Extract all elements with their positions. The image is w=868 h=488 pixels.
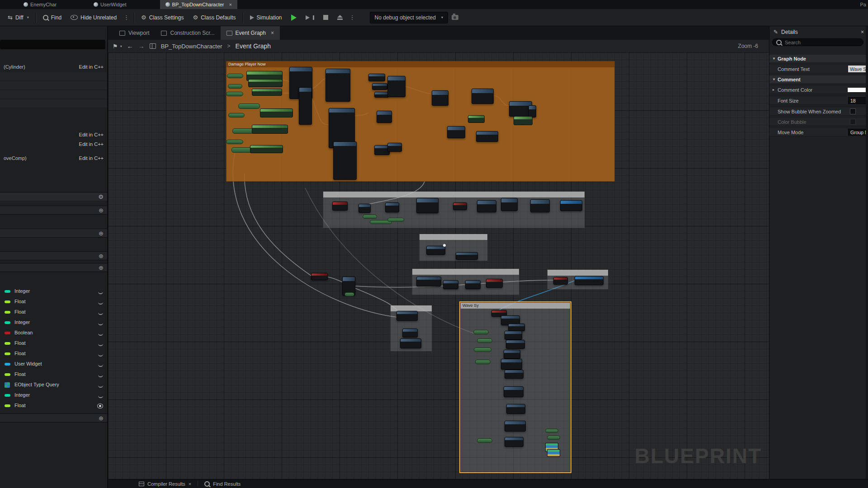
compiler-results-tab[interactable]: Compiler Results × (134, 479, 196, 488)
panel-row-editrow[interactable]: Edit in C++ (0, 140, 107, 149)
details-section-comment[interactable]: ▾ Comment (769, 75, 868, 83)
graph-node[interactable] (506, 340, 525, 349)
graph-node[interactable] (575, 276, 604, 285)
panel-row-editrow[interactable]: oveComp)Edit in C++ (0, 154, 107, 163)
eye-closed-icon[interactable] (98, 322, 103, 325)
graph-node[interactable] (252, 89, 282, 96)
graph-node[interactable] (228, 113, 245, 117)
camera-icon[interactable] (452, 15, 458, 20)
graph-node[interactable] (387, 218, 404, 222)
graph-node[interactable] (326, 69, 350, 102)
class-defaults-button[interactable]: ⚙ Class Defaults (189, 11, 240, 24)
graph-node[interactable] (443, 244, 446, 247)
eye-closed-icon[interactable] (98, 301, 103, 305)
variable-row[interactable]: Float (0, 338, 107, 348)
variable-row[interactable]: Float (0, 297, 107, 307)
graph-node[interactable] (400, 338, 421, 348)
eye-closed-icon[interactable] (98, 291, 103, 294)
find-button[interactable]: Find (39, 11, 66, 24)
graph-node[interactable] (477, 438, 492, 443)
simulation-button[interactable]: Simulation (246, 11, 286, 24)
hide-unrelated-options-button[interactable]: ⋮ (122, 14, 131, 21)
graph-node[interactable] (505, 421, 526, 432)
graph-node[interactable] (372, 83, 387, 90)
eye-closed-icon[interactable] (98, 363, 103, 367)
edit-in-cpp-link[interactable]: Edit in C++ (79, 64, 104, 70)
graph-node[interactable] (368, 74, 385, 81)
eye-closed-icon[interactable] (98, 343, 103, 346)
graph-node[interactable] (426, 246, 445, 255)
graph-node[interactable] (476, 131, 498, 142)
variable-row[interactable]: Float (0, 307, 107, 317)
edit-in-cpp-link[interactable]: Edit in C++ (79, 141, 104, 147)
graph-node[interactable] (385, 202, 399, 212)
comment-color-swatch[interactable] (847, 87, 867, 93)
graph-node[interactable] (226, 92, 243, 96)
graph-node[interactable] (416, 198, 439, 213)
panel-row-editrow[interactable]: Edit in C++ (0, 130, 107, 139)
eye-closed-icon[interactable] (98, 332, 103, 336)
panel-row-gear[interactable]: ⚙ (0, 192, 107, 201)
variable-row[interactable]: Float (0, 401, 107, 411)
tab-event-graph[interactable]: Event Graph × (221, 26, 280, 40)
variable-row[interactable]: Boolean (0, 328, 107, 338)
play-button[interactable] (287, 11, 301, 24)
play-options-button[interactable]: ⋮ (348, 14, 357, 21)
graph-node[interactable] (501, 359, 522, 370)
graph-node[interactable] (260, 108, 293, 117)
font-size-field[interactable]: 18 (848, 97, 868, 104)
eye-closed-icon[interactable] (98, 311, 103, 315)
graph-node[interactable] (396, 311, 418, 321)
variable-row[interactable]: EObject Type Query (0, 380, 107, 390)
add-button[interactable]: ⊕ (99, 415, 104, 421)
graph-node[interactable] (545, 429, 558, 433)
tab-construction-script[interactable]: Construction Scr... (155, 26, 220, 40)
panel-row-editrow[interactable]: (Cylinder)Edit in C++ (0, 62, 107, 71)
close-icon[interactable]: × (229, 2, 232, 7)
comment-text-field[interactable]: Wave Sy (848, 66, 868, 72)
graph-node[interactable] (528, 105, 536, 117)
graph-node[interactable] (228, 84, 242, 89)
graph-node[interactable] (344, 292, 354, 296)
graph-node[interactable] (560, 200, 582, 211)
eye-closed-icon[interactable] (98, 374, 103, 377)
graph-node[interactable] (473, 330, 489, 334)
graph-node[interactable] (333, 141, 357, 180)
details-section-graph-node[interactable]: ▾ Graph Node (769, 55, 868, 62)
graph-node[interactable] (505, 331, 522, 340)
add-button[interactable]: ⊕ (99, 230, 104, 236)
breadcrumb-current[interactable]: Event Graph (236, 42, 271, 50)
graph-node[interactable] (238, 103, 260, 109)
stop-button[interactable] (319, 11, 332, 24)
graph-node[interactable] (387, 143, 402, 152)
variable-row[interactable]: Integer (0, 318, 107, 328)
doc-tab-userwidget[interactable]: UserWidget (88, 0, 132, 9)
eye-closed-icon[interactable] (98, 394, 103, 398)
gear-icon[interactable]: ⚙ (98, 194, 104, 200)
graph-node[interactable] (547, 449, 560, 457)
eye-closed-icon[interactable] (98, 384, 103, 388)
graph-node[interactable] (250, 145, 283, 153)
graph-node[interactable] (453, 202, 467, 210)
graph-node[interactable] (248, 79, 283, 87)
graph-node[interactable] (432, 90, 448, 106)
graph-node[interactable] (506, 404, 525, 414)
graph-node[interactable] (377, 111, 392, 123)
graph-node[interactable] (252, 125, 288, 134)
graph-node[interactable] (547, 436, 560, 440)
class-settings-button[interactable]: ⚙ Class Settings (137, 11, 188, 24)
frame-skip-button[interactable] (302, 11, 318, 24)
graph-node[interactable] (514, 116, 533, 125)
graph-node[interactable] (363, 215, 377, 219)
add-button[interactable]: ⊕ (99, 253, 104, 259)
panel-row-plus[interactable]: ⊕ (0, 229, 107, 238)
find-results-tab[interactable]: Find Results (200, 479, 245, 488)
graph-node[interactable] (530, 199, 550, 212)
panel-text-field[interactable] (0, 40, 105, 49)
graph-node[interactable] (505, 370, 524, 379)
graph-node[interactable] (505, 437, 524, 447)
details-scrollbar[interactable] (866, 26, 868, 479)
panel-row-plus[interactable]: ⊕ (0, 413, 107, 422)
doc-tab-enemychar[interactable]: EnemyChar (18, 0, 62, 9)
graph-node[interactable] (475, 360, 491, 364)
